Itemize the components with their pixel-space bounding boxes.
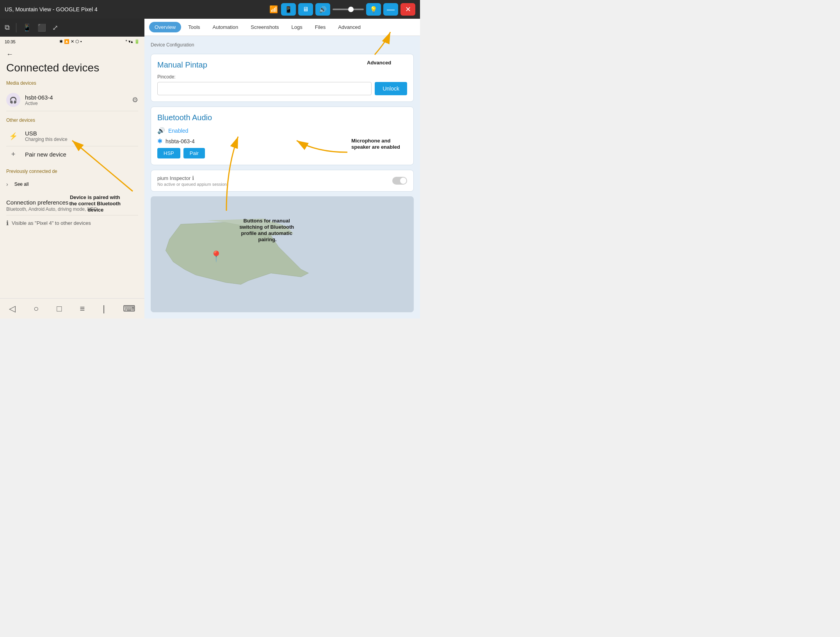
nav-back-icon[interactable]: ◁ — [9, 304, 16, 314]
phone-status-bar: 10:35 ✱ 🔼 ✕ ⬡ • * ▾▴ 🔋 — [0, 37, 144, 46]
speaker-icon: 🔊 — [157, 127, 165, 134]
toolbar-right: 📱 🖥 🔊 💡 — ✕ — [281, 3, 415, 16]
device-info-hsbt: hsbt-063-4 Active — [25, 94, 132, 106]
top-bar: US, Mountain View - GOOGLE Pixel 4 📶 📱 🖥… — [0, 0, 420, 19]
volume-button[interactable]: 🔊 — [315, 3, 330, 16]
appium-subtitle: No active or queued appium session. — [157, 182, 228, 187]
map-background: 📍 — [151, 196, 414, 312]
phone-content: ← Connected devices Media devices 🎧 hsbt… — [0, 46, 144, 235]
minimize-button[interactable]: — — [383, 3, 398, 16]
device-config-label: Device Configuration — [151, 42, 414, 48]
appium-info-icon[interactable]: ℹ — [192, 175, 194, 181]
usb-icon: ⚡ — [6, 132, 20, 141]
phone-landscape-icon[interactable]: ⬛ — [37, 23, 46, 32]
pair-label: Pair new device — [25, 151, 66, 158]
conn-prefs-sub: Bluetooth, Android Auto, driving mode, N… — [6, 206, 138, 212]
page-title: Connected devices — [6, 62, 138, 74]
nav-home-icon[interactable]: ○ — [34, 304, 39, 314]
tab-advanced[interactable]: Advanced — [333, 22, 366, 32]
toggle-thumb — [400, 178, 406, 184]
usb-name: USB — [25, 130, 138, 137]
conn-prefs-title: Connection preferences — [6, 199, 138, 206]
previously-connected-label: Previously connected de — [6, 169, 138, 174]
nav-keyboard-icon[interactable]: ⌨ — [123, 304, 135, 314]
pair-new-device-item[interactable]: + Pair new device — [6, 146, 138, 162]
close-button[interactable]: ✕ — [400, 3, 415, 16]
device-status-hsbt: Active — [25, 101, 132, 106]
app-title: US, Mountain View - GOOGLE Pixel 4 — [5, 6, 265, 12]
appium-left: pium Inspector ℹ No active or queued app… — [157, 175, 228, 187]
phone-tools-bar: ⧉ 📱 ⬛ ⤢ — [0, 19, 144, 37]
other-devices-label: Other devices — [6, 117, 138, 123]
hsp-button[interactable]: HSP — [157, 148, 180, 158]
map-section: 📍 — [151, 196, 414, 312]
manual-pintap-title: Manual Pintap — [157, 60, 407, 69]
nav-menu-icon[interactable]: ≡ — [80, 304, 85, 314]
appium-toggle[interactable] — [392, 177, 407, 185]
appium-section: pium Inspector ℹ No active or queued app… — [151, 170, 414, 192]
media-devices-label: Media devices — [6, 80, 138, 86]
see-all-label: See all — [14, 181, 29, 187]
map-svg: 📍 — [151, 196, 414, 312]
pincode-label: Pincode: — [157, 74, 407, 80]
bluetooth-audio-title: Bluetooth Audio — [157, 113, 407, 122]
tab-tools[interactable]: Tools — [183, 22, 205, 32]
bluetooth-icon: ✱ — [157, 137, 162, 145]
back-button[interactable]: ← — [6, 50, 138, 59]
phone-screen: 10:35 ✱ 🔼 ✕ ⬡ • * ▾▴ 🔋 ← Connected devic… — [0, 37, 144, 298]
pincode-row: Unlock — [157, 82, 407, 95]
pair-button[interactable]: Pair — [183, 148, 205, 158]
device-item-hsbt[interactable]: 🎧 hsbt-063-4 Active ⚙ — [6, 89, 138, 111]
tab-logs[interactable]: Logs — [286, 22, 308, 32]
tab-automation[interactable]: Automation — [207, 22, 244, 32]
lightbulb-button[interactable]: 💡 — [366, 3, 381, 16]
phone-time: 10:35 — [5, 39, 16, 44]
screen-view-button[interactable]: 🖥 — [298, 3, 313, 16]
phone-status-icons: ✱ 🔼 ✕ ⬡ • — [59, 39, 82, 44]
usb-info: USB Charging this device — [25, 130, 138, 142]
add-icon: + — [6, 150, 20, 158]
tabs-bar: Overview Tools Automation Screenshots Lo… — [144, 19, 420, 36]
nav-separator-icon: | — [103, 304, 105, 314]
phone-signal-icons: * ▾▴ 🔋 — [126, 39, 140, 44]
volume-thumb — [348, 7, 354, 12]
tab-files[interactable]: Files — [310, 22, 331, 32]
appium-info: pium Inspector ℹ No active or queued app… — [157, 175, 228, 187]
chevron-right-icon: › — [6, 181, 8, 187]
nav-recents-icon[interactable]: □ — [57, 304, 62, 314]
mirror-icon[interactable]: ⧉ — [5, 23, 10, 32]
usb-status: Charging this device — [25, 137, 138, 142]
visible-text: Visible as "Pixel 4" to other devices — [12, 220, 91, 226]
info-icon: ℹ — [6, 219, 9, 227]
appium-title: pium Inspector — [157, 175, 190, 181]
bt-device-name: hsbta-063-4 — [166, 138, 195, 144]
manual-pintap-card: Manual Pintap Pincode: Unlock — [151, 54, 414, 102]
unlock-button[interactable]: Unlock — [375, 82, 407, 95]
usb-item: ⚡ USB Charging this device — [6, 126, 138, 146]
fullscreen-icon[interactable]: ⤢ — [52, 23, 58, 32]
right-content: Device Configuration Manual Pintap Pinco… — [144, 36, 420, 318]
bt-buttons: HSP Pair — [157, 148, 407, 158]
wifi-icon: 📶 — [269, 5, 278, 14]
bt-device-item: ✱ hsbta-063-4 — [157, 137, 407, 145]
bluetooth-audio-card: Bluetooth Audio 🔊 Enabled ✱ hsbta-063-4 … — [151, 107, 414, 165]
main-layout: ⧉ 📱 ⬛ ⤢ 10:35 ✱ 🔼 ✕ ⬡ • * ▾▴ 🔋 ← Connect… — [0, 19, 420, 318]
phone-nav-bar: ◁ ○ □ ≡ | ⌨ — [0, 298, 144, 318]
phone-portrait-icon[interactable]: 📱 — [23, 23, 31, 32]
settings-gear-icon[interactable]: ⚙ — [132, 96, 138, 104]
tab-screenshots[interactable]: Screenshots — [245, 22, 284, 32]
bt-enabled-item: 🔊 Enabled — [157, 127, 407, 134]
connection-prefs[interactable]: Connection preferences Bluetooth, Androi… — [6, 199, 138, 215]
bt-enabled-label: Enabled — [168, 128, 188, 134]
see-all-item[interactable]: › See all — [6, 177, 138, 191]
device-name-hsbt: hsbt-063-4 — [25, 94, 132, 101]
right-panel: Overview Tools Automation Screenshots Lo… — [144, 19, 420, 318]
visible-item: ℹ Visible as "Pixel 4" to other devices — [6, 215, 138, 231]
pincode-input[interactable] — [157, 82, 372, 95]
headset-icon: 🎧 — [6, 93, 20, 107]
phone-view-button[interactable]: 📱 — [281, 3, 296, 16]
map-pin: 📍 — [210, 250, 223, 263]
tab-overview[interactable]: Overview — [149, 22, 181, 32]
volume-slider[interactable] — [333, 9, 364, 10]
phone-panel: ⧉ 📱 ⬛ ⤢ 10:35 ✱ 🔼 ✕ ⬡ • * ▾▴ 🔋 ← Connect… — [0, 19, 144, 318]
